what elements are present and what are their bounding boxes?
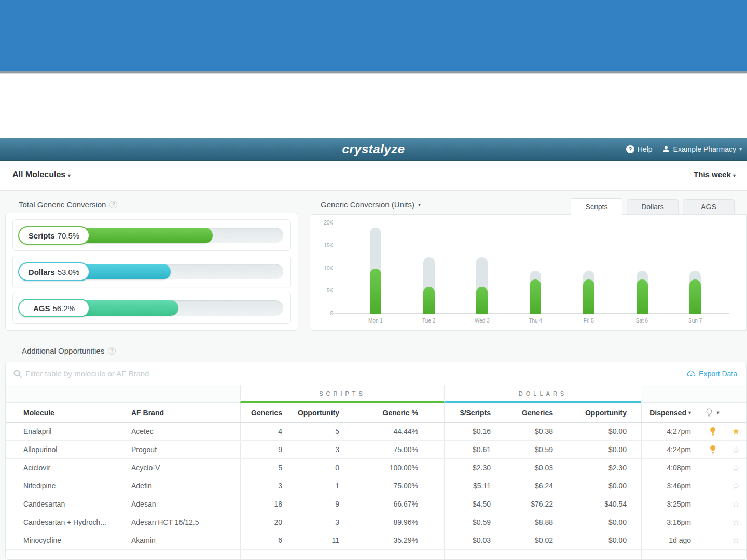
cell-molecule: Enalapril	[6, 423, 131, 440]
x-axis-label: Mon 1	[350, 318, 402, 324]
molecule-scope-dropdown[interactable]: All Molecules ▾	[12, 170, 71, 179]
star-icon: ☆	[732, 536, 740, 545]
export-data-button[interactable]: Export Data	[687, 370, 737, 378]
generic-bar	[583, 279, 594, 314]
account-label: Example Pharmacy	[673, 145, 736, 153]
dollars-group-header: DOLLARS	[444, 385, 641, 403]
gridline	[337, 223, 729, 223]
chevron-down-icon: ▾	[733, 173, 736, 178]
table-row[interactable]: Enalapril Acetec 4 5 44.44% $0.16 $0.38 …	[6, 423, 746, 441]
user-icon	[662, 145, 670, 154]
star-icon: ☆	[732, 464, 740, 472]
y-axis-tick: 10K	[314, 265, 333, 271]
time-range-dropdown[interactable]: This week ▾	[694, 170, 736, 179]
cell-dispensed: 3:46pm	[641, 477, 701, 495]
cell-scripts-generics: 9	[240, 441, 292, 458]
favorite-star[interactable]: ☆	[724, 459, 747, 477]
x-axis-label: Fri 5	[563, 318, 615, 324]
cell-dispensed: 1d ago	[641, 531, 701, 549]
favorite-star[interactable]: ☆	[724, 441, 747, 458]
info-icon[interactable]: ?	[109, 201, 117, 208]
main-navbar: crystalyze ? Help Example Pharmacy ▾	[0, 138, 747, 161]
generic-bar	[476, 287, 488, 314]
progress-label: AGS56.2%	[18, 299, 90, 317]
cell-generic-pct: 100.00%	[354, 459, 444, 477]
favorite-star[interactable]: ☆	[724, 513, 747, 531]
cell-scripts-generics: 3	[240, 477, 292, 495]
table-row[interactable]: Candesartan + Hydroch... Adesan HCT 16/1…	[6, 513, 746, 531]
cell-af-brand: Acetec	[131, 423, 240, 440]
generic-bar	[637, 279, 648, 314]
cell-scripts-generics: 20	[240, 513, 292, 531]
cell-molecule: Aciclovir	[6, 459, 131, 477]
cell-scripts-opportunity: 0	[292, 459, 354, 477]
top-banner	[0, 0, 747, 73]
cell-dollars-per-script: $5.11	[444, 477, 506, 495]
table-row[interactable]: Aciclovir Acyclo-V 5 0 100.00% $2.30 $0.…	[6, 459, 746, 477]
scripts-group-header: SCRIPTS	[240, 385, 444, 403]
insight-bulb	[701, 531, 724, 549]
col-header-dollars-per-script: $/Scripts	[444, 403, 506, 422]
favorite-star[interactable]: ☆	[724, 495, 747, 513]
y-axis-tick: 20K	[314, 220, 333, 226]
search-icon	[13, 369, 22, 379]
help-icon: ?	[626, 145, 634, 153]
cell-dollars-opportunity: $0.00	[569, 423, 641, 440]
col-header-generic-pct: Generic %	[354, 403, 444, 422]
table-header-row: Molecule AF Brand Generics Opportunity G…	[6, 403, 746, 423]
cell-generic-pct: 75.00%	[354, 477, 444, 495]
insight-bulb[interactable]	[701, 423, 724, 440]
favorite-star[interactable]: ☆	[724, 477, 747, 495]
filter-bar: All Molecules ▾ This week ▾	[0, 161, 747, 191]
table-filter-input[interactable]	[25, 369, 687, 378]
cell-molecule: Nifedipine	[6, 477, 131, 495]
account-menu[interactable]: Example Pharmacy ▾	[662, 145, 742, 154]
cell-af-brand: Adefin	[131, 477, 240, 495]
cell-dollars-opportunity: $0.00	[569, 441, 641, 458]
help-button[interactable]: ? Help	[626, 145, 653, 153]
cell-dollars-per-script: $0.16	[444, 423, 506, 440]
generic-bar	[689, 279, 701, 314]
y-axis-tick: 15K	[314, 243, 333, 248]
chart-tab-dollars[interactable]: Dollars	[627, 199, 679, 215]
cell-dispensed: 4:27pm	[641, 423, 701, 440]
cell-generic-pct: 89.96%	[354, 513, 444, 531]
star-icon: ☆	[732, 445, 740, 454]
chevron-down-icon: ▾	[418, 202, 421, 207]
table-row[interactable]: Allopurinol Progout 9 3 75.00% $0.61 $0.…	[6, 441, 746, 459]
col-header-dispensed[interactable]: Dispensed ▾	[641, 403, 701, 422]
lightbulb-icon	[709, 427, 716, 436]
cell-dollars-per-script: $0.03	[444, 531, 506, 549]
insight-bulb	[701, 459, 724, 477]
cell-dispensed: 3:25pm	[641, 495, 701, 513]
col-header-scripts-generics: Generics	[240, 403, 292, 422]
chart-tab-ags[interactable]: AGS	[683, 199, 735, 215]
conversion-section-title: Total Generic Conversion ?	[19, 200, 117, 209]
favorite-star[interactable]: ★	[724, 423, 747, 440]
cell-dollars-generics: $0.02	[506, 531, 569, 549]
cell-scripts-opportunity: 5	[292, 423, 354, 440]
y-axis-tick: 5K	[314, 288, 333, 293]
cell-scripts-opportunity: 3	[292, 441, 354, 458]
table-row[interactable]: Minocycline Akamin 6 11 35.29% $0.03 $0.…	[6, 531, 746, 550]
cell-dispensed: 4:24pm	[641, 441, 701, 458]
favorite-star[interactable]: ☆	[724, 531, 747, 549]
insight-bulb[interactable]	[701, 441, 724, 458]
cell-af-brand: Progout	[131, 441, 240, 458]
x-axis-label: Sat 6	[616, 318, 668, 324]
chevron-down-icon: ▾	[688, 410, 691, 415]
bar-chart: 20K15K10K5K0Mon 1Tue 2Wed 3Thu 4Fri 5Sat…	[337, 223, 729, 314]
info-icon[interactable]: ?	[108, 347, 116, 355]
cell-af-brand: Acyclo-V	[131, 459, 240, 477]
table-row[interactable]: Candesartan Adesan 18 9 66.67% $4.50 $76…	[6, 495, 746, 513]
insight-filter-dropdown[interactable]: ▾	[701, 403, 724, 422]
chart-tab-scripts[interactable]: Scripts	[571, 198, 622, 215]
cell-dispensed: 4:08pm	[641, 459, 701, 477]
chart-title[interactable]: Generic Conversion (Units) ▾	[321, 200, 421, 209]
cell-dollars-per-script: $2.30	[444, 459, 506, 477]
conversion-metric-scripts: Scripts70.5%	[12, 219, 291, 251]
insight-bulb	[701, 513, 724, 531]
empty-row	[6, 550, 746, 560]
table-row[interactable]: Nifedipine Adefin 3 1 75.00% $5.11 $6.24…	[6, 477, 746, 495]
cell-dispensed: 3:16pm	[641, 513, 701, 531]
